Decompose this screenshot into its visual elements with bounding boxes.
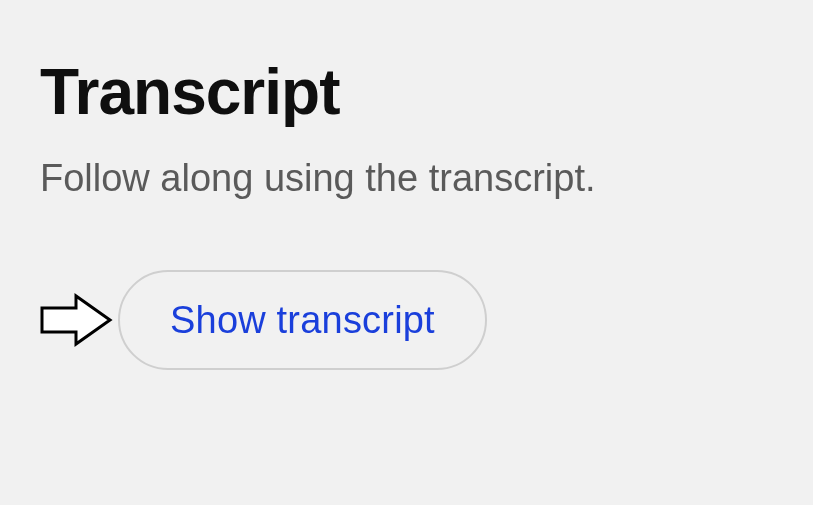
transcript-description: Follow along using the transcript. — [40, 157, 773, 200]
transcript-heading: Transcript — [40, 55, 773, 129]
transcript-button-row: Show transcript — [40, 270, 773, 370]
show-transcript-button[interactable]: Show transcript — [118, 270, 487, 370]
arrow-right-icon — [40, 292, 114, 348]
